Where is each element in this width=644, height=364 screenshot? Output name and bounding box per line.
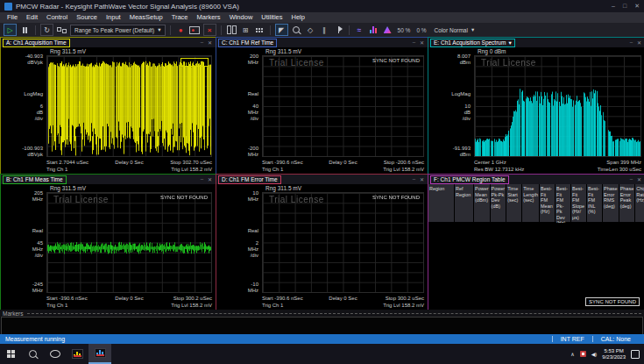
select-tool-button[interactable]: ◤ <box>275 24 288 36</box>
x-axis-annotations: Start 2.7044 uSecDelay 0 SecStop 302.70 … <box>46 159 212 172</box>
run-button[interactable]: ▷ <box>4 24 17 36</box>
panel-f-header[interactable]: F: Ch1 PMCW Region Table – ✕ <box>428 175 644 184</box>
notification-center-icon[interactable] <box>631 350 640 359</box>
layout-dots-icon[interactable] <box>254 25 265 35</box>
search-icon[interactable] <box>22 344 44 364</box>
panel-minimize-icon[interactable]: – <box>413 176 415 182</box>
y-axis-scale-type: LogMag <box>428 91 471 97</box>
panel-minimize-icon[interactable]: – <box>630 176 633 182</box>
panel-c-header[interactable]: C: Ch1 FM Ref Time – ✕ <box>216 38 428 47</box>
menu-item-control[interactable]: Control <box>42 12 72 23</box>
y-axis-top-label: -40.903 dBVpk <box>1 54 43 66</box>
menu-item-help[interactable]: Help <box>287 12 308 23</box>
cal-status[interactable]: CAL: None <box>592 336 639 342</box>
y-axis-bottom-label: -91.993 dBm <box>428 146 471 158</box>
zoom-selection-tool[interactable] <box>291 25 302 35</box>
toolbar-separator <box>35 25 36 35</box>
chevron-down-icon: ▾ <box>471 26 474 33</box>
region-table-body[interactable]: RegionRef RegionPower Mean (dBm)Power Pk… <box>428 184 644 310</box>
region-table-column-header: Phase Error Peak (deg) <box>619 184 636 223</box>
panel-pmcw-region-table: F: Ch1 PMCW Region Table – ✕ RegionRef R… <box>428 174 644 310</box>
menu-item-window[interactable]: Window <box>225 12 258 23</box>
y-axis-top-label: 8.007 dBm <box>428 54 471 66</box>
plot-area-e[interactable]: Trial License <box>474 55 641 157</box>
measurement-status: Measurement running <box>5 336 65 342</box>
panel-d-header[interactable]: D: Ch1 FM Error Time – ✕ <box>216 175 428 184</box>
x-axis-annotations: Start -390.6 nSecDelay 0 SecStop 300.2 u… <box>46 295 212 308</box>
panel-acquisition-spectrum: E: Ch1 Acquisition Spectrum ▾ – ✕ Rng 0 … <box>428 37 644 175</box>
menu-item-input[interactable]: Input <box>102 12 125 23</box>
taskbar-app-vsa-running[interactable] <box>88 344 111 364</box>
sweep-path-icon[interactable] <box>56 25 67 35</box>
zoom-percent[interactable]: 50 % <box>396 27 413 33</box>
trial-license-watermark: Trial License <box>53 195 109 204</box>
spectrogram-icon[interactable] <box>368 25 379 35</box>
panel-close-icon[interactable]: ✕ <box>637 39 641 46</box>
clock-time: 5:53 PM <box>602 348 626 354</box>
y-axis-top-label: 200 MHz <box>216 54 258 66</box>
menu-item-markers[interactable]: Markers <box>193 12 225 23</box>
panel-a-header[interactable]: A: Ch1 Acquisition Time – ✕ <box>1 38 216 47</box>
color-mode-dropdown[interactable]: Color Normal ▾ <box>431 25 478 35</box>
panel-minimize-icon[interactable]: – <box>413 39 415 46</box>
close-recording-button[interactable]: × <box>203 24 216 36</box>
title-bar: PMCW Radar - Keysight PathWave Vector Si… <box>0 0 644 12</box>
window-minimize-icon[interactable]: – <box>612 3 615 10</box>
plot-area-d[interactable]: Trial License SYNC NOT FOUND <box>262 192 424 293</box>
panel-minimize-icon[interactable]: – <box>201 176 203 182</box>
panel-close-icon[interactable]: ✕ <box>208 39 212 46</box>
band-markers-tool[interactable]: ∥ <box>319 25 330 35</box>
panel-e-header[interactable]: E: Ch1 Acquisition Spectrum ▾ – ✕ <box>428 38 644 47</box>
trace-a-canvas <box>47 56 211 156</box>
wavelet-icon[interactable]: ≈ <box>354 25 365 35</box>
region-table-column-header: Chip Rate (Hz) <box>635 184 644 223</box>
panel-b-header[interactable]: B: Ch1 FM Meas Time – ✕ <box>1 175 216 184</box>
task-view-icon[interactable] <box>44 344 66 364</box>
tray-app-icon[interactable] <box>580 351 586 357</box>
reference-status[interactable]: INT REF <box>552 336 592 342</box>
plot-area-c[interactable]: Trial License SYNC NOT FOUND <box>262 55 424 157</box>
marker-diamond-tool[interactable]: ◇ <box>305 25 316 35</box>
plot-area-b[interactable]: Trial License SYNC NOT FOUND <box>46 192 212 293</box>
start-button[interactable] <box>0 344 22 364</box>
range-dropdown[interactable]: Range To Peak Power (Default) ▾ <box>70 25 166 36</box>
panel-minimize-icon[interactable]: – <box>630 39 633 46</box>
taskbar-clock[interactable]: 5:53 PM 9/23/2023 <box>602 348 626 360</box>
window-maximize-icon[interactable]: □ <box>623 3 626 10</box>
toolbar-separator <box>221 25 222 35</box>
panel-close-icon[interactable]: ✕ <box>420 39 424 46</box>
peak-marker-tool[interactable] <box>333 25 344 35</box>
menu-item-trace[interactable]: Trace <box>167 12 193 23</box>
windows-taskbar: ∧ ◀) 5:53 PM 9/23/2023 <box>0 344 644 364</box>
window-close-icon[interactable]: ✕ <box>634 3 640 10</box>
y-axis-per-div-label: 6 dB /div <box>1 103 43 122</box>
menu-item-meassetup[interactable]: MeasSetup <box>125 12 167 23</box>
record-button[interactable]: ● <box>175 25 187 35</box>
panel-close-icon[interactable]: ✕ <box>420 176 424 182</box>
y-axis-top-label: 10 MHz <box>216 190 258 203</box>
menu-item-edit[interactable]: Edit <box>22 12 42 23</box>
taskbar-app-vsa-launcher[interactable] <box>66 344 88 364</box>
panel-close-icon[interactable]: ✕ <box>208 176 212 182</box>
restart-button[interactable]: ↻ <box>40 24 53 36</box>
region-table-column-header: Ref Region <box>455 184 474 223</box>
volume-icon[interactable]: ◀) <box>591 351 598 357</box>
pause-button[interactable] <box>19 25 31 35</box>
y-axis-scale-type: LogMag <box>1 91 43 97</box>
tray-chevron-up-icon[interactable]: ∧ <box>570 351 574 357</box>
split-windows-icon[interactable] <box>226 25 237 35</box>
recording-player-icon[interactable] <box>189 25 201 35</box>
menu-item-file[interactable]: File <box>3 12 22 23</box>
chevron-down-icon[interactable]: ▾ <box>508 39 511 46</box>
menu-item-utilities[interactable]: Utilities <box>257 12 287 23</box>
rotation-percent[interactable]: 0 % <box>414 27 428 33</box>
plot-area-a[interactable] <box>46 55 212 157</box>
grid-windows-icon[interactable]: ⊞ <box>240 25 251 35</box>
menu-item-source[interactable]: Source <box>72 12 102 23</box>
panel-close-icon[interactable]: ✕ <box>637 176 641 182</box>
markers-table-area[interactable] <box>1 317 643 335</box>
color-prism-icon[interactable] <box>382 25 393 35</box>
y-axis-bottom-label: -200 MHz <box>216 146 258 158</box>
panel-minimize-icon[interactable]: – <box>201 39 203 46</box>
markers-bar[interactable]: Markers <box>0 310 644 317</box>
